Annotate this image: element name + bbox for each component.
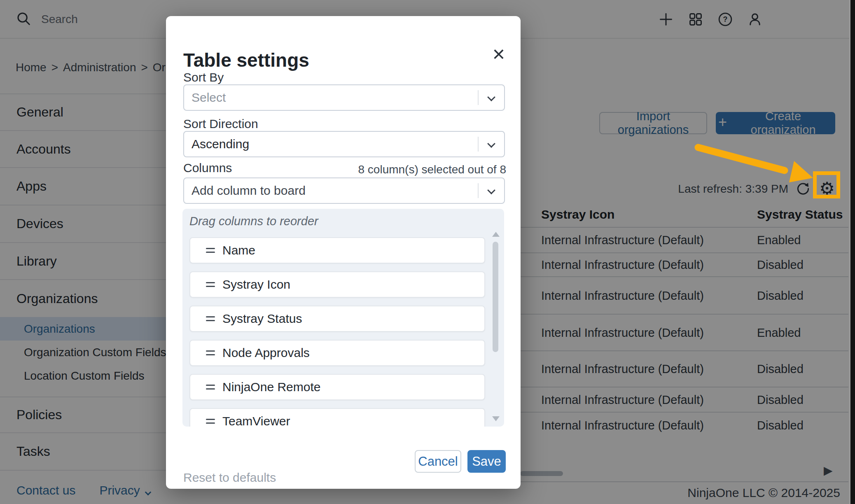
sort-by-select[interactable]: Select: [183, 84, 505, 111]
column-card-label: TeamViewer: [222, 414, 290, 427]
sort-by-value: Select: [192, 91, 226, 105]
drag-handle-icon[interactable]: [206, 382, 215, 392]
chevron-down-icon: [487, 186, 495, 194]
cancel-button[interactable]: Cancel: [415, 450, 461, 473]
column-card-label: NinjaOne Remote: [222, 380, 320, 394]
sort-direction-select[interactable]: Ascending: [183, 131, 505, 157]
scroll-up-icon[interactable]: [492, 232, 500, 237]
column-card-label: Systray Icon: [222, 278, 290, 292]
column-card-label: Node Approvals: [222, 346, 310, 360]
drag-handle-icon[interactable]: [206, 245, 215, 255]
save-button[interactable]: Save: [467, 450, 506, 473]
column-card-ninjaone-remote[interactable]: NinjaOne Remote: [189, 374, 485, 400]
select-divider: [478, 137, 479, 152]
modal-title: Table settings: [183, 49, 309, 71]
sort-direction-label: Sort Direction: [183, 117, 258, 131]
chevron-down-icon: [487, 140, 495, 148]
table-settings-modal: Table settings × Sort By Select Sort Dir…: [166, 16, 521, 489]
reset-to-defaults-button[interactable]: Reset to defaults: [183, 471, 276, 485]
columns-reorder-panel: Drag columns to reorder Name Systray Ico…: [182, 209, 504, 427]
sort-direction-value: Ascending: [192, 137, 249, 151]
columns-label: Columns: [183, 161, 232, 175]
column-card-name[interactable]: Name: [189, 237, 485, 264]
drag-handle-icon[interactable]: [206, 416, 215, 426]
vertical-scrollbar-thumb[interactable]: [493, 242, 498, 352]
scroll-down-icon[interactable]: [492, 416, 500, 421]
column-card-node-approvals[interactable]: Node Approvals: [189, 340, 485, 366]
screen-edge-strip: [849, 0, 855, 504]
drag-hint-text: Drag columns to reorder: [189, 215, 318, 228]
close-icon[interactable]: ×: [493, 43, 505, 65]
columns-count-text: 8 column(s) selected out of 8: [358, 163, 506, 176]
column-card-label: Name: [222, 243, 255, 257]
chevron-down-icon: [487, 93, 495, 101]
drag-handle-icon[interactable]: [206, 280, 215, 289]
select-divider: [478, 183, 479, 198]
app-window: Search ? Home > Administration: [0, 0, 855, 504]
column-card-systray-status[interactable]: Systray Status: [189, 306, 485, 332]
column-card-systray-icon[interactable]: Systray Icon: [189, 271, 485, 298]
drag-handle-icon[interactable]: [206, 348, 215, 358]
add-column-placeholder: Add column to board: [192, 184, 306, 198]
column-card-teamviewer[interactable]: TeamViewer: [189, 408, 485, 427]
sort-by-label: Sort By: [183, 70, 224, 84]
drag-handle-icon[interactable]: [206, 314, 215, 324]
annotation-arrow: [684, 136, 824, 189]
column-card-label: Systray Status: [222, 312, 302, 326]
select-divider: [478, 90, 479, 105]
add-column-select[interactable]: Add column to board: [183, 177, 505, 204]
